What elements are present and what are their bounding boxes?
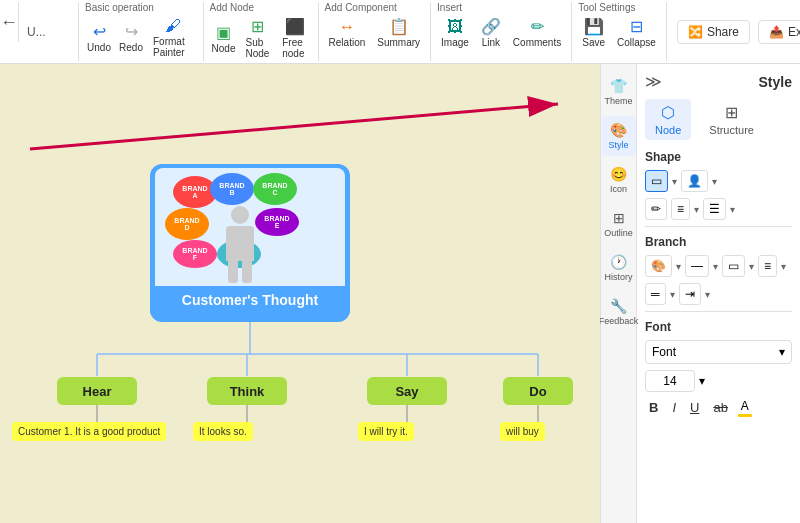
redo-label: Redo bbox=[119, 42, 143, 53]
shape-person-btn[interactable]: 👤 bbox=[681, 170, 708, 192]
font-color-button[interactable]: A bbox=[738, 399, 752, 417]
tab-node[interactable]: ⬡ Node bbox=[645, 99, 691, 140]
node-tab-icon: ⬡ bbox=[661, 103, 675, 122]
branch-rect-btn[interactable]: ▭ bbox=[722, 255, 745, 277]
leaf-think[interactable]: It looks so. bbox=[193, 422, 253, 441]
font-size-input[interactable]: 14 bbox=[645, 370, 695, 392]
toolbar: ← U... Basic operation ↩ Undo ↪ Redo 🖌 F… bbox=[0, 0, 800, 64]
node-icon: ▣ bbox=[216, 23, 231, 42]
shape-row-2: ✏ ≡ ▾ ☰ ▾ bbox=[645, 198, 792, 220]
summary-label: Summary bbox=[377, 37, 420, 48]
branch-chevron-3[interactable]: ▾ bbox=[749, 261, 754, 272]
free-node-button[interactable]: ⬛ Free node bbox=[278, 15, 311, 61]
central-node[interactable]: BRANDA BRANDB BRANDC BRANDD BRANDE BRAND… bbox=[150, 164, 350, 322]
redo-button[interactable]: ↪ Redo bbox=[117, 20, 145, 55]
italic-button[interactable]: I bbox=[668, 398, 680, 417]
leaf-hear[interactable]: Customer 1. It is a good product bbox=[12, 422, 166, 441]
shape-rect-btn[interactable]: ▭ bbox=[645, 170, 668, 192]
shape-chevron-3[interactable]: ▾ bbox=[694, 204, 699, 215]
outline-icon: ⊞ bbox=[613, 210, 625, 226]
sidebar-item-theme[interactable]: 👕 Theme bbox=[602, 72, 636, 112]
font-select[interactable]: Font ▾ bbox=[645, 340, 792, 364]
branch-lines-btn[interactable]: ≡ bbox=[758, 255, 777, 277]
font-size-chevron[interactable]: ▾ bbox=[699, 374, 705, 388]
summary-button[interactable]: 📋 Summary bbox=[373, 15, 424, 50]
node-button[interactable]: ▣ Node bbox=[210, 21, 238, 56]
expand-button[interactable]: ≫ bbox=[645, 72, 662, 91]
add-component-section: Add Component ↔ Relation 📋 Summary bbox=[319, 2, 432, 61]
insert-section: Insert 🖼 Image 🔗 Link ✏ Comments bbox=[431, 2, 572, 61]
sidebar-item-style[interactable]: 🎨 Style bbox=[602, 116, 636, 156]
bold-button[interactable]: B bbox=[645, 398, 662, 417]
strikethrough-button[interactable]: ab bbox=[709, 398, 731, 417]
leaf-do[interactable]: will buy bbox=[500, 422, 545, 441]
history-icon: 🕐 bbox=[610, 254, 627, 270]
format-painter-icon: 🖌 bbox=[165, 17, 181, 35]
format-painter-button[interactable]: 🖌 Format Painter bbox=[149, 15, 197, 60]
comments-icon: ✏ bbox=[531, 17, 544, 36]
insert-label: Insert bbox=[437, 2, 462, 13]
branch-row-2: ═ ▾ ⇥ ▾ bbox=[645, 283, 792, 305]
panel-tabs: ⬡ Node ⊞ Structure bbox=[645, 99, 792, 140]
branch-say[interactable]: Say bbox=[367, 377, 447, 405]
save-button[interactable]: 💾 Save bbox=[578, 15, 609, 50]
branch-lines2-btn[interactable]: ═ bbox=[645, 283, 666, 305]
right-panel: 👕 Theme 🎨 Style 😊 Icon ⊞ Outline 🕐 Histo… bbox=[600, 64, 800, 523]
sidebar-item-outline[interactable]: ⊞ Outline bbox=[602, 204, 636, 244]
style-icon: 🎨 bbox=[610, 122, 627, 138]
collapse-button[interactable]: ⊟ Collapse bbox=[613, 15, 660, 50]
shape-chevron-1[interactable]: ▾ bbox=[672, 176, 677, 187]
branch-chevron-6[interactable]: ▾ bbox=[705, 289, 710, 300]
export-button[interactable]: 📤 Export bbox=[758, 20, 800, 44]
sub-node-button[interactable]: ⊞ Sub Node bbox=[242, 15, 275, 61]
relation-icon: ↔ bbox=[339, 18, 355, 36]
font-format-row: B I U ab A bbox=[645, 398, 792, 417]
branch-color-btn[interactable]: 🎨 bbox=[645, 255, 672, 277]
image-icon: 🖼 bbox=[447, 18, 463, 36]
image-button[interactable]: 🖼 Image bbox=[437, 16, 473, 50]
branch-chevron-5[interactable]: ▾ bbox=[670, 289, 675, 300]
sidebar-item-feedback[interactable]: 🔧 Feedback bbox=[602, 292, 636, 332]
relation-button[interactable]: ↔ Relation bbox=[325, 16, 370, 50]
tool-settings-section: Tool Settings 💾 Save ⊟ Collapse bbox=[572, 2, 667, 61]
branch-chevron-1[interactable]: ▾ bbox=[676, 261, 681, 272]
back-button[interactable]: ← bbox=[0, 2, 19, 42]
font-select-chevron: ▾ bbox=[779, 345, 785, 359]
underline-button[interactable]: U bbox=[686, 398, 703, 417]
canvas[interactable]: BRANDA BRANDB BRANDC BRANDD BRANDE BRAND… bbox=[0, 64, 600, 523]
undo-icon: ↩ bbox=[93, 22, 106, 41]
comments-button[interactable]: ✏ Comments bbox=[509, 15, 565, 50]
share-button[interactable]: 🔀 Share bbox=[677, 20, 750, 44]
breadcrumb-text: U... bbox=[27, 25, 46, 39]
branch-hear[interactable]: Hear bbox=[57, 377, 137, 405]
leaf-say[interactable]: I will try it. bbox=[358, 422, 414, 441]
branch-indent-btn[interactable]: ⇥ bbox=[679, 283, 701, 305]
shape-lines2-btn[interactable]: ☰ bbox=[703, 198, 726, 220]
sidebar-item-history[interactable]: 🕐 History bbox=[602, 248, 636, 288]
link-label: Link bbox=[482, 37, 500, 48]
branch-chevron-4[interactable]: ▾ bbox=[781, 261, 786, 272]
breadcrumb: U... bbox=[19, 2, 79, 61]
save-icon: 💾 bbox=[584, 17, 604, 36]
save-label: Save bbox=[582, 37, 605, 48]
branch-line-btn[interactable]: — bbox=[685, 255, 709, 277]
tab-structure[interactable]: ⊞ Structure bbox=[699, 99, 764, 140]
format-painter-label: Format Painter bbox=[153, 36, 193, 58]
undo-button[interactable]: ↩ Undo bbox=[85, 20, 113, 55]
branch-chevron-2[interactable]: ▾ bbox=[713, 261, 718, 272]
bubble-brand-b: BRANDB bbox=[210, 173, 254, 205]
branch-think[interactable]: Think bbox=[207, 377, 287, 405]
branch-do[interactable]: Do bbox=[503, 377, 573, 405]
shape-lines-btn[interactable]: ≡ bbox=[671, 198, 690, 220]
undo-label: Undo bbox=[87, 42, 111, 53]
image-label: Image bbox=[441, 37, 469, 48]
main-area: BRANDA BRANDB BRANDC BRANDD BRANDE BRAND… bbox=[0, 64, 800, 523]
add-node-label: Add Node bbox=[210, 2, 254, 13]
shape-pencil-btn[interactable]: ✏ bbox=[645, 198, 667, 220]
link-button[interactable]: 🔗 Link bbox=[477, 15, 505, 50]
feedback-icon: 🔧 bbox=[610, 298, 627, 314]
shape-chevron-2[interactable]: ▾ bbox=[712, 176, 717, 187]
sub-node-label: Sub Node bbox=[246, 37, 271, 59]
shape-chevron-4[interactable]: ▾ bbox=[730, 204, 735, 215]
sidebar-item-icon[interactable]: 😊 Icon bbox=[602, 160, 636, 200]
